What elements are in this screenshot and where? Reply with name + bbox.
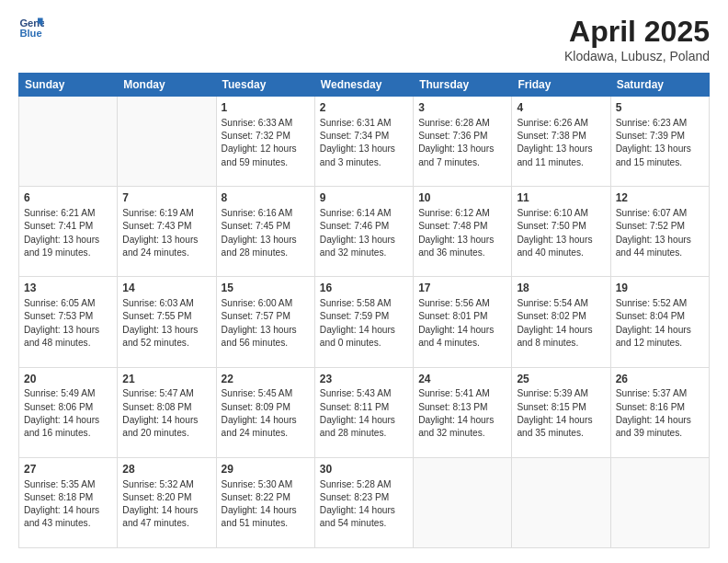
day-number: 3 (418, 100, 506, 116)
calendar-subtitle: Klodawa, Lubusz, Poland (564, 49, 710, 63)
calendar-day: 20Sunrise: 5:49 AMSunset: 8:06 PMDayligh… (19, 367, 118, 457)
header-saturday: Saturday (610, 74, 709, 97)
logo-icon: General Blue (18, 15, 44, 40)
title-block: April 2025 Klodawa, Lubusz, Poland (564, 15, 710, 63)
header-monday: Monday (118, 74, 216, 97)
calendar-day: 21Sunrise: 5:47 AMSunset: 8:08 PMDayligh… (118, 367, 216, 457)
day-info: Sunrise: 5:56 AMSunset: 8:01 PMDaylight:… (418, 297, 506, 350)
calendar-day: 6Sunrise: 6:21 AMSunset: 7:41 PMDaylight… (19, 187, 118, 277)
day-number: 13 (24, 281, 112, 296)
logo: General Blue (18, 15, 46, 40)
calendar-day (19, 97, 118, 187)
day-number: 20 (24, 372, 112, 387)
page: General Blue April 2025 Klodawa, Lubusz,… (0, 0, 728, 563)
calendar-day: 26Sunrise: 5:37 AMSunset: 8:16 PMDayligh… (610, 367, 709, 457)
calendar-day: 11Sunrise: 6:10 AMSunset: 7:50 PMDayligh… (512, 187, 610, 277)
day-info: Sunrise: 5:58 AMSunset: 7:59 PMDaylight:… (320, 297, 408, 350)
day-number: 15 (222, 281, 310, 296)
calendar-day: 27Sunrise: 5:35 AMSunset: 8:18 PMDayligh… (19, 457, 118, 547)
day-number: 9 (320, 190, 408, 206)
day-info: Sunrise: 6:21 AMSunset: 7:41 PMDaylight:… (24, 207, 112, 259)
day-info: Sunrise: 6:26 AMSunset: 7:38 PMDaylight:… (517, 117, 605, 169)
calendar-day: 1Sunrise: 6:33 AMSunset: 7:32 PMDaylight… (216, 97, 314, 187)
header-tuesday: Tuesday (216, 74, 314, 97)
day-number: 21 (122, 372, 210, 387)
day-info: Sunrise: 5:54 AMSunset: 8:02 PMDaylight:… (517, 297, 605, 350)
day-number: 4 (517, 100, 605, 116)
calendar-day (610, 457, 709, 547)
day-number: 29 (222, 462, 310, 477)
day-info: Sunrise: 6:16 AMSunset: 7:45 PMDaylight:… (222, 207, 310, 259)
calendar-day: 22Sunrise: 5:45 AMSunset: 8:09 PMDayligh… (216, 367, 314, 457)
day-info: Sunrise: 6:14 AMSunset: 7:46 PMDaylight:… (320, 207, 408, 259)
day-info: Sunrise: 6:28 AMSunset: 7:36 PMDaylight:… (418, 117, 506, 169)
day-number: 8 (222, 190, 310, 206)
calendar-day: 18Sunrise: 5:54 AMSunset: 8:02 PMDayligh… (512, 277, 610, 367)
day-info: Sunrise: 5:45 AMSunset: 8:09 PMDaylight:… (222, 387, 310, 440)
day-number: 10 (418, 190, 506, 206)
day-number: 1 (222, 100, 310, 116)
calendar-day: 23Sunrise: 5:43 AMSunset: 8:11 PMDayligh… (314, 367, 413, 457)
calendar-day: 24Sunrise: 5:41 AMSunset: 8:13 PMDayligh… (414, 367, 512, 457)
day-info: Sunrise: 6:10 AMSunset: 7:50 PMDaylight:… (517, 207, 605, 259)
header: General Blue April 2025 Klodawa, Lubusz,… (18, 15, 710, 63)
day-number: 14 (122, 281, 210, 296)
calendar-day: 7Sunrise: 6:19 AMSunset: 7:43 PMDaylight… (118, 187, 216, 277)
calendar-day: 4Sunrise: 6:26 AMSunset: 7:38 PMDaylight… (512, 97, 610, 187)
day-number: 2 (320, 100, 408, 116)
calendar-day: 14Sunrise: 6:03 AMSunset: 7:55 PMDayligh… (118, 277, 216, 367)
day-info: Sunrise: 5:43 AMSunset: 8:11 PMDaylight:… (320, 387, 408, 440)
day-info: Sunrise: 5:37 AMSunset: 8:16 PMDaylight:… (616, 387, 704, 440)
calendar-week-row: 1Sunrise: 6:33 AMSunset: 7:32 PMDaylight… (19, 97, 710, 187)
calendar-day (512, 457, 610, 547)
calendar-week-row: 6Sunrise: 6:21 AMSunset: 7:41 PMDaylight… (19, 187, 710, 277)
calendar-day: 3Sunrise: 6:28 AMSunset: 7:36 PMDaylight… (414, 97, 512, 187)
day-info: Sunrise: 6:03 AMSunset: 7:55 PMDaylight:… (122, 297, 210, 350)
day-number: 24 (418, 372, 506, 387)
day-number: 11 (517, 190, 605, 206)
day-info: Sunrise: 5:30 AMSunset: 8:22 PMDaylight:… (222, 478, 310, 531)
header-wednesday: Wednesday (314, 74, 413, 97)
weekday-header-row: Sunday Monday Tuesday Wednesday Thursday… (19, 74, 710, 97)
calendar-day: 13Sunrise: 6:05 AMSunset: 7:53 PMDayligh… (19, 277, 118, 367)
day-number: 28 (122, 462, 210, 477)
day-info: Sunrise: 5:47 AMSunset: 8:08 PMDaylight:… (122, 387, 210, 440)
day-info: Sunrise: 6:05 AMSunset: 7:53 PMDaylight:… (24, 297, 112, 350)
day-info: Sunrise: 6:00 AMSunset: 7:57 PMDaylight:… (222, 297, 310, 350)
day-number: 23 (320, 372, 408, 387)
day-info: Sunrise: 5:32 AMSunset: 8:20 PMDaylight:… (122, 478, 210, 531)
calendar-day: 29Sunrise: 5:30 AMSunset: 8:22 PMDayligh… (216, 457, 314, 547)
calendar-day: 9Sunrise: 6:14 AMSunset: 7:46 PMDaylight… (314, 187, 413, 277)
day-info: Sunrise: 6:23 AMSunset: 7:39 PMDaylight:… (616, 117, 704, 169)
calendar-week-row: 20Sunrise: 5:49 AMSunset: 8:06 PMDayligh… (19, 367, 710, 457)
day-number: 6 (24, 190, 112, 206)
calendar-day: 12Sunrise: 6:07 AMSunset: 7:52 PMDayligh… (610, 187, 709, 277)
day-number: 27 (24, 462, 112, 477)
calendar-day: 28Sunrise: 5:32 AMSunset: 8:20 PMDayligh… (118, 457, 216, 547)
day-number: 17 (418, 281, 506, 296)
day-number: 19 (616, 281, 704, 296)
day-info: Sunrise: 5:41 AMSunset: 8:13 PMDaylight:… (418, 387, 506, 440)
calendar-day: 15Sunrise: 6:00 AMSunset: 7:57 PMDayligh… (216, 277, 314, 367)
calendar-day: 17Sunrise: 5:56 AMSunset: 8:01 PMDayligh… (414, 277, 512, 367)
calendar-day (118, 97, 216, 187)
day-info: Sunrise: 5:39 AMSunset: 8:15 PMDaylight:… (517, 387, 605, 440)
day-number: 22 (222, 372, 310, 387)
calendar-day: 16Sunrise: 5:58 AMSunset: 7:59 PMDayligh… (314, 277, 413, 367)
calendar-day: 5Sunrise: 6:23 AMSunset: 7:39 PMDaylight… (610, 97, 709, 187)
day-info: Sunrise: 6:31 AMSunset: 7:34 PMDaylight:… (320, 117, 408, 169)
day-number: 5 (616, 100, 704, 116)
day-number: 30 (320, 462, 408, 477)
day-number: 7 (122, 190, 210, 206)
day-info: Sunrise: 5:28 AMSunset: 8:23 PMDaylight:… (320, 478, 408, 531)
day-info: Sunrise: 5:35 AMSunset: 8:18 PMDaylight:… (24, 478, 112, 531)
day-number: 18 (517, 281, 605, 296)
day-info: Sunrise: 6:12 AMSunset: 7:48 PMDaylight:… (418, 207, 506, 259)
day-number: 26 (616, 372, 704, 387)
calendar-day: 19Sunrise: 5:52 AMSunset: 8:04 PMDayligh… (610, 277, 709, 367)
day-info: Sunrise: 5:52 AMSunset: 8:04 PMDaylight:… (616, 297, 704, 350)
day-number: 16 (320, 281, 408, 296)
header-thursday: Thursday (414, 74, 512, 97)
day-number: 25 (517, 372, 605, 387)
day-info: Sunrise: 6:07 AMSunset: 7:52 PMDaylight:… (616, 207, 704, 259)
